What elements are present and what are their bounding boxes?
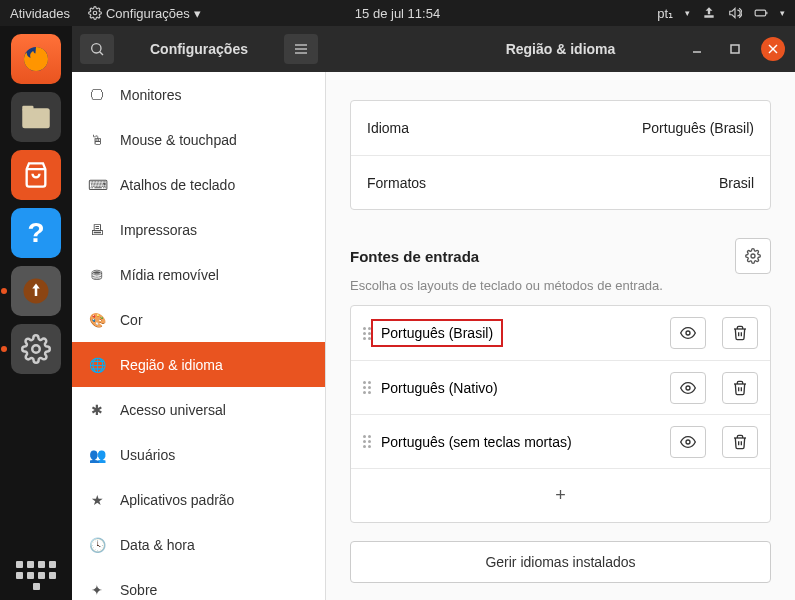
volume-icon[interactable] bbox=[728, 6, 742, 20]
sidebar-title: Configurações bbox=[122, 41, 276, 57]
ubuntu-dock: ? bbox=[0, 26, 72, 600]
svg-point-18 bbox=[686, 331, 690, 335]
sidebar-item-icon: ✦ bbox=[88, 582, 106, 598]
input-sources-title: Fontes de entrada bbox=[350, 248, 735, 265]
formats-row[interactable]: Formatos Brasil bbox=[351, 155, 770, 209]
input-sources-settings-button[interactable] bbox=[735, 238, 771, 274]
sidebar-item-icon: 🖵 bbox=[88, 87, 106, 103]
gear-icon bbox=[88, 6, 102, 20]
dock-show-apps[interactable] bbox=[11, 550, 61, 600]
sidebar-item-label: Data & hora bbox=[120, 537, 195, 553]
sidebar-item-impressoras[interactable]: 🖶Impressoras bbox=[72, 207, 325, 252]
formats-value: Brasil bbox=[719, 175, 754, 191]
sidebar-item-m-dia-remov-vel[interactable]: ⛃Mídia removível bbox=[72, 252, 325, 297]
sidebar-item-acesso-universal[interactable]: ✱Acesso universal bbox=[72, 387, 325, 432]
dock-updater[interactable] bbox=[11, 266, 61, 316]
language-card: Idioma Português (Brasil) Formatos Brasi… bbox=[350, 100, 771, 210]
input-source-name: Português (sem teclas mortas) bbox=[381, 434, 654, 450]
sidebar-item-regi-o-idioma[interactable]: 🌐Região & idioma bbox=[72, 342, 325, 387]
activities-button[interactable]: Atividades bbox=[10, 6, 70, 21]
maximize-icon bbox=[730, 44, 740, 54]
sidebar-item-label: Cor bbox=[120, 312, 143, 328]
sidebar-item-icon: 🎨 bbox=[88, 312, 106, 328]
sidebar-item-icon: ⛃ bbox=[88, 267, 106, 283]
search-button[interactable] bbox=[80, 34, 114, 64]
input-sources-subtitle: Escolha os layouts de teclado ou métodos… bbox=[350, 278, 771, 293]
minimize-icon bbox=[692, 44, 702, 54]
input-indicator[interactable]: pt₁ bbox=[657, 6, 673, 21]
chevron-down-icon: ▾ bbox=[685, 8, 690, 18]
content-area: Idioma Português (Brasil) Formatos Brasi… bbox=[326, 72, 795, 600]
svg-rect-5 bbox=[22, 106, 33, 111]
minimize-button[interactable] bbox=[685, 37, 709, 61]
menu-icon bbox=[293, 41, 309, 57]
preview-layout-button[interactable] bbox=[670, 317, 706, 349]
sidebar-item-icon: ✱ bbox=[88, 402, 106, 418]
close-button[interactable] bbox=[761, 37, 785, 61]
battery-icon[interactable] bbox=[754, 6, 768, 20]
input-source-row[interactable]: Português (sem teclas mortas) bbox=[351, 414, 770, 468]
sidebar-item-sobre[interactable]: ✦Sobre bbox=[72, 567, 325, 600]
svg-point-19 bbox=[686, 386, 690, 390]
sidebar-item-monitores[interactable]: 🖵Monitores bbox=[72, 72, 325, 117]
chevron-down-icon: ▾ bbox=[780, 8, 785, 18]
firefox-icon bbox=[20, 43, 52, 75]
sidebar-item-icon: 🖱 bbox=[88, 132, 106, 148]
svg-point-8 bbox=[92, 44, 101, 53]
trash-icon bbox=[732, 325, 748, 341]
remove-layout-button[interactable] bbox=[722, 372, 758, 404]
drag-handle-icon[interactable] bbox=[363, 435, 371, 448]
gear-icon bbox=[21, 334, 51, 364]
page-title: Região & idioma bbox=[506, 41, 616, 57]
sidebar-item-icon: 🌐 bbox=[88, 357, 106, 373]
folder-icon bbox=[21, 104, 51, 130]
sidebar-item-data-hora[interactable]: 🕓Data & hora bbox=[72, 522, 325, 567]
sidebar-item-icon: 🕓 bbox=[88, 537, 106, 553]
input-source-row[interactable]: Português (Nativo) bbox=[351, 360, 770, 414]
input-source-row[interactable]: Português (Brasil) bbox=[351, 306, 770, 360]
drag-handle-icon[interactable] bbox=[363, 327, 371, 340]
dock-help[interactable]: ? bbox=[11, 208, 61, 258]
shopping-bag-icon bbox=[22, 161, 50, 189]
sidebar-item-label: Região & idioma bbox=[120, 357, 223, 373]
input-sources-list: Português (Brasil)Português (Nativo)Port… bbox=[350, 305, 771, 523]
search-icon bbox=[89, 41, 105, 57]
input-source-name: Português (Brasil) bbox=[371, 319, 503, 347]
drag-handle-icon[interactable] bbox=[363, 381, 371, 394]
topbar-datetime[interactable]: 15 de jul 11:54 bbox=[355, 6, 440, 21]
sidebar-item-mouse-touchpad[interactable]: 🖱Mouse & touchpad bbox=[72, 117, 325, 162]
remove-layout-button[interactable] bbox=[722, 317, 758, 349]
trash-icon bbox=[732, 380, 748, 396]
add-input-source-button[interactable]: + bbox=[351, 468, 770, 522]
hamburger-menu[interactable] bbox=[284, 34, 318, 64]
manage-languages-button[interactable]: Gerir idiomas instalados bbox=[350, 541, 771, 583]
sidebar-item-atalhos-de-teclado[interactable]: ⌨Atalhos de teclado bbox=[72, 162, 325, 207]
dock-firefox[interactable] bbox=[11, 34, 61, 84]
formats-label: Formatos bbox=[367, 175, 719, 191]
sidebar-item-cor[interactable]: 🎨Cor bbox=[72, 297, 325, 342]
remove-layout-button[interactable] bbox=[722, 426, 758, 458]
sidebar-item-usu-rios[interactable]: 👥Usuários bbox=[72, 432, 325, 477]
svg-point-7 bbox=[32, 345, 40, 353]
sidebar-item-label: Atalhos de teclado bbox=[120, 177, 235, 193]
sidebar-item-aplicativos-padr-o[interactable]: ★Aplicativos padrão bbox=[72, 477, 325, 522]
gnome-topbar: Atividades Configurações ▾ 15 de jul 11:… bbox=[0, 0, 795, 26]
sidebar-item-icon: ★ bbox=[88, 492, 106, 508]
dock-files[interactable] bbox=[11, 92, 61, 142]
preview-layout-button[interactable] bbox=[670, 426, 706, 458]
sidebar-item-label: Usuários bbox=[120, 447, 175, 463]
dock-settings[interactable] bbox=[11, 324, 61, 374]
sidebar-item-icon: 🖶 bbox=[88, 222, 106, 238]
dock-software[interactable] bbox=[11, 150, 61, 200]
gear-icon bbox=[745, 248, 761, 264]
sidebar-item-label: Acesso universal bbox=[120, 402, 226, 418]
sidebar-item-label: Monitores bbox=[120, 87, 181, 103]
settings-sidebar[interactable]: 🖵Monitores🖱Mouse & touchpad⌨Atalhos de t… bbox=[72, 72, 326, 600]
topbar-app-menu[interactable]: Configurações ▾ bbox=[88, 6, 201, 21]
preview-layout-button[interactable] bbox=[670, 372, 706, 404]
svg-point-20 bbox=[686, 440, 690, 444]
language-row[interactable]: Idioma Português (Brasil) bbox=[351, 101, 770, 155]
maximize-button[interactable] bbox=[723, 37, 747, 61]
network-icon[interactable] bbox=[702, 6, 716, 20]
svg-rect-14 bbox=[731, 45, 739, 53]
